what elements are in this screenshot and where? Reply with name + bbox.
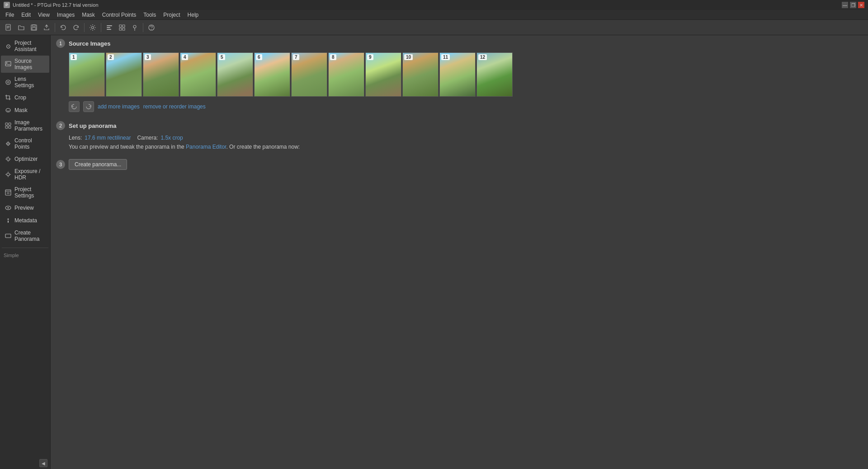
menu-edit[interactable]: Edit <box>18 11 34 19</box>
svg-rect-6 <box>32 28 36 30</box>
panorama-editor-link[interactable]: Panorama Editor <box>186 144 226 150</box>
window-title: Untitled * - PTGui Pro 12.7 trial versio… <box>13 2 99 8</box>
svg-rect-13 <box>119 28 122 30</box>
svg-point-7 <box>92 26 94 28</box>
actions-row: add more images remove or reorder images <box>69 101 863 112</box>
minimize-button[interactable]: — <box>842 2 848 8</box>
sidebar-item-metadata[interactable]: Metadata <box>1 215 49 226</box>
menu-mask[interactable]: Mask <box>78 11 99 19</box>
lens-label: Lens: <box>69 135 82 141</box>
step3-header: 3 Create panorama... <box>56 159 863 170</box>
step3-number: 3 <box>56 160 65 169</box>
sidebar-item-control-points[interactable]: Control Points <box>1 135 49 152</box>
svg-rect-10 <box>107 29 111 30</box>
restore-button[interactable]: ❐ <box>850 2 856 8</box>
svg-point-34 <box>7 173 9 176</box>
toolbar-redo[interactable] <box>70 22 82 33</box>
thumbnail-5[interactable]: 5 <box>217 52 253 97</box>
sidebar-item-project-assistant[interactable]: ⊙ Project Assistant <box>1 38 49 55</box>
toolbar-help[interactable] <box>146 22 157 33</box>
toolbar-sep-2 <box>84 23 85 32</box>
thumbnail-12[interactable]: 12 <box>476 52 513 97</box>
thumbnail-2[interactable]: 2 <box>106 52 142 97</box>
camera-label: Camera: <box>137 135 158 141</box>
toolbar-pin[interactable] <box>129 22 141 33</box>
sidebar-collapse-button[interactable]: ◀ <box>39 459 47 467</box>
camera-value-link[interactable]: 1.5x crop <box>160 135 183 141</box>
sidebar-item-crop[interactable]: Crop <box>1 92 49 103</box>
step1-header: 1 Source Images <box>56 39 863 48</box>
sidebar-item-image-parameters[interactable]: Image Parameters <box>1 117 49 134</box>
exposure-hdr-icon <box>5 171 12 178</box>
svg-point-15 <box>133 25 136 28</box>
toolbar-sep-3 <box>101 23 101 32</box>
thumbnail-1[interactable]: 1 <box>69 52 105 97</box>
menu-help[interactable]: Help <box>184 11 203 19</box>
main-layout: ⊙ Project Assistant Source Images Lens S… <box>0 35 868 469</box>
step2-title: Set up panorama <box>69 122 116 129</box>
project-settings-icon <box>5 189 12 196</box>
close-button[interactable]: ✕ <box>858 2 864 8</box>
step1-title: Source Images <box>69 40 111 47</box>
menu-control-points[interactable]: Control Points <box>99 11 140 19</box>
sidebar-item-mask[interactable]: Mask <box>1 104 49 116</box>
thumbnails-container: 1 2 3 4 <box>69 52 863 97</box>
svg-point-19 <box>6 62 7 63</box>
thumbnail-8[interactable]: 8 <box>328 52 364 97</box>
svg-point-45 <box>8 219 9 220</box>
menu-project[interactable]: Project <box>160 11 184 19</box>
toolbar-align[interactable] <box>104 22 115 33</box>
description-prefix: You can preview and tweak the panorama i… <box>69 144 186 150</box>
thumbnail-7[interactable]: 7 <box>291 52 327 97</box>
project-assistant-icon: ⊙ <box>5 42 12 50</box>
title-bar: P Untitled * - PTGui Pro 12.7 trial vers… <box>0 0 868 10</box>
svg-rect-46 <box>8 220 9 223</box>
step2-content: Lens: 17.6 mm rectilinear Camera: 1.5x c… <box>69 135 863 150</box>
step1-number: 1 <box>56 39 65 48</box>
toolbar-save[interactable] <box>28 22 40 33</box>
content-area: 1 Source Images 1 2 3 <box>51 35 868 469</box>
svg-point-28 <box>8 143 9 144</box>
sidebar-item-create-panorama[interactable]: Create Panorama <box>1 227 49 244</box>
step2-number: 2 <box>56 121 65 130</box>
sidebar-item-source-images[interactable]: Source Images <box>1 56 49 73</box>
thumbnail-11[interactable]: 11 <box>439 52 476 97</box>
menu-file[interactable]: File <box>2 11 18 19</box>
create-panorama-button[interactable]: Create panorama... <box>69 159 127 170</box>
toolbar-grid[interactable] <box>116 22 128 33</box>
lens-value-link[interactable]: 17.6 mm rectilinear <box>85 135 131 141</box>
rotate-right-button[interactable] <box>83 101 94 112</box>
description-row: You can preview and tweak the panorama i… <box>69 144 863 150</box>
toolbar-settings[interactable] <box>87 22 99 33</box>
toolbar-sep-4 <box>143 23 143 32</box>
sidebar-item-project-settings[interactable]: Project Settings <box>1 184 49 201</box>
menu-images[interactable]: Images <box>53 11 78 19</box>
mask-icon <box>5 107 12 114</box>
menu-view[interactable]: View <box>34 11 53 19</box>
step3-section: 3 Create panorama... <box>56 159 863 170</box>
sidebar-item-optimizer[interactable]: Optimizer <box>1 153 49 165</box>
toolbar-export[interactable] <box>41 22 52 33</box>
step2-header: 2 Set up panorama <box>56 121 863 130</box>
thumbnail-4[interactable]: 4 <box>180 52 216 97</box>
remove-reorder-images-link[interactable]: remove or reorder images <box>143 103 206 110</box>
thumbnail-9[interactable]: 9 <box>365 52 401 97</box>
toolbar-new[interactable] <box>3 22 14 33</box>
step1-section: 1 Source Images 1 2 3 <box>56 39 863 112</box>
control-points-icon <box>5 140 12 147</box>
create-panorama-icon <box>5 232 12 239</box>
thumbnail-3[interactable]: 3 <box>143 52 179 97</box>
thumbnail-6[interactable]: 6 <box>254 52 290 97</box>
app-icon: P <box>4 2 10 8</box>
add-more-images-link[interactable]: add more images <box>98 103 140 110</box>
sidebar-collapse-area: ◀ <box>0 457 50 469</box>
sidebar-item-exposure-hdr[interactable]: Exposure / HDR <box>1 166 49 183</box>
toolbar-undo[interactable] <box>57 22 69 33</box>
sidebar-item-lens-settings[interactable]: Lens Settings <box>1 74 49 91</box>
sidebar-item-preview[interactable]: Preview <box>1 202 49 214</box>
rotate-left-button[interactable] <box>69 101 80 112</box>
thumbnail-10[interactable]: 10 <box>402 52 439 97</box>
preview-icon <box>5 204 12 211</box>
menu-tools[interactable]: Tools <box>140 11 160 19</box>
toolbar-open[interactable] <box>15 22 27 33</box>
